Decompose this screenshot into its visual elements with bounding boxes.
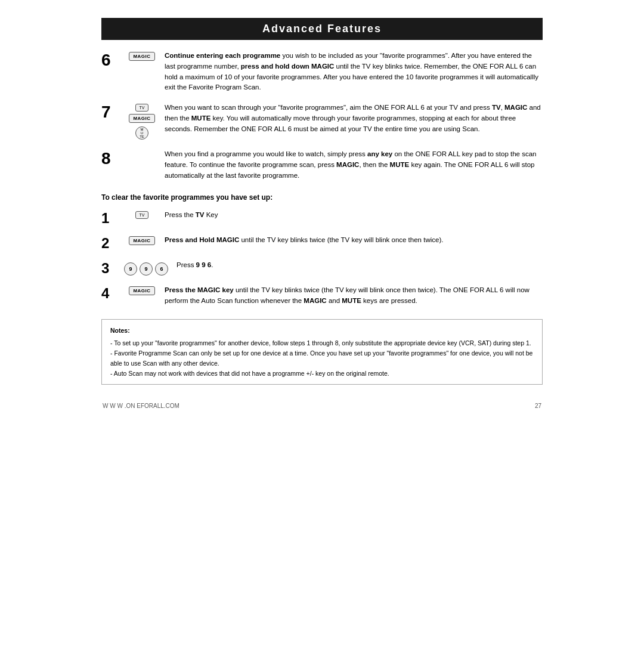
magic-button-icon: MAGIC — [129, 52, 154, 61]
notes-item-1: - To set up your "favorite programmes" f… — [110, 338, 534, 348]
num-9-icon-2: 9 — [140, 262, 153, 276]
step-8-text: When you find a programme you would like… — [160, 149, 543, 181]
tv-button-icon-3: TV — [135, 211, 148, 219]
step-6-number: 6 — [101, 51, 124, 69]
clear-step-4-row: 4 MAGIC Press the MAGIC key until the TV… — [101, 285, 543, 307]
footer-website: W W W .ON EFORALL.COM — [103, 403, 179, 409]
step-6-row: 6 MAGIC Continue entering each programme… — [101, 51, 543, 93]
step-6-text: Continue entering each programme you wis… — [160, 51, 543, 93]
clear-step-3-icons: 9 9 6 — [124, 260, 168, 276]
page-title: Advanced Features — [101, 18, 543, 40]
tv-button-icon: TV — [135, 104, 148, 112]
footer-page-num: 27 — [535, 403, 541, 409]
footer: W W W .ON EFORALL.COM 27 — [101, 403, 543, 409]
notes-title: Notes: — [110, 326, 534, 336]
mute-button-icon: MUTE — [135, 126, 148, 140]
clear-step-4-icons: MAGIC — [124, 285, 160, 295]
clear-step-4-number: 4 — [101, 285, 124, 301]
clear-step-2-row: 2 MAGIC Press and Hold MAGIC until the T… — [101, 235, 543, 250]
clear-step-2-text: Press and Hold MAGIC until the TV key bl… — [160, 235, 543, 246]
clear-step-1-number: 1 — [101, 210, 124, 225]
num-6-icon: 6 — [155, 262, 168, 276]
clear-step-1-text: Press the TV Key — [160, 210, 543, 221]
magic-button-icon-3: MAGIC — [129, 236, 154, 245]
clear-step-2-icons: MAGIC — [124, 235, 160, 245]
page-container: Advanced Features 6 MAGIC Continue enter… — [101, 12, 543, 653]
clear-step-4-text: Press the MAGIC key until the TV key bli… — [160, 285, 543, 307]
clear-step-3-text: Press 9 9 6. — [168, 260, 543, 271]
steps-section: 6 MAGIC Continue entering each programme… — [101, 51, 543, 181]
step-8-row: 8 When you find a programme you would li… — [101, 149, 543, 181]
step-7-icons: TV MAGIC MUTE — [124, 103, 160, 140]
step-6-icons: MAGIC — [124, 51, 160, 61]
step-8-icons — [124, 149, 160, 150]
notes-item-3: - Auto Scan may not work with devices th… — [110, 369, 534, 379]
notes-item-2: - Favorite Programme Scan can only be se… — [110, 348, 534, 369]
step-8-number: 8 — [101, 149, 124, 167]
step-7-row: 7 TV MAGIC MUTE When you want to scan th… — [101, 103, 543, 140]
clear-step-2-number: 2 — [101, 235, 124, 250]
clear-step-1-row: 1 TV Press the TV Key — [101, 210, 543, 225]
magic-button-icon-2: MAGIC — [129, 114, 154, 123]
clear-step-1-icons: TV — [124, 210, 160, 219]
step-7-number: 7 — [101, 103, 124, 120]
step-7-text: When you want to scan through your "favo… — [160, 103, 543, 134]
magic-button-icon-4: MAGIC — [129, 286, 154, 295]
clear-step-3-number: 3 — [101, 260, 124, 276]
clear-steps-section: 1 TV Press the TV Key 2 MAGIC Press and … — [101, 210, 543, 307]
num-9-icon-1: 9 — [124, 262, 137, 276]
notes-box: Notes: - To set up your "favorite progra… — [101, 319, 543, 385]
clear-section-header: To clear the favorite programmes you hav… — [101, 193, 543, 202]
clear-step-3-row: 3 9 9 6 Press 9 9 6. — [101, 260, 543, 276]
